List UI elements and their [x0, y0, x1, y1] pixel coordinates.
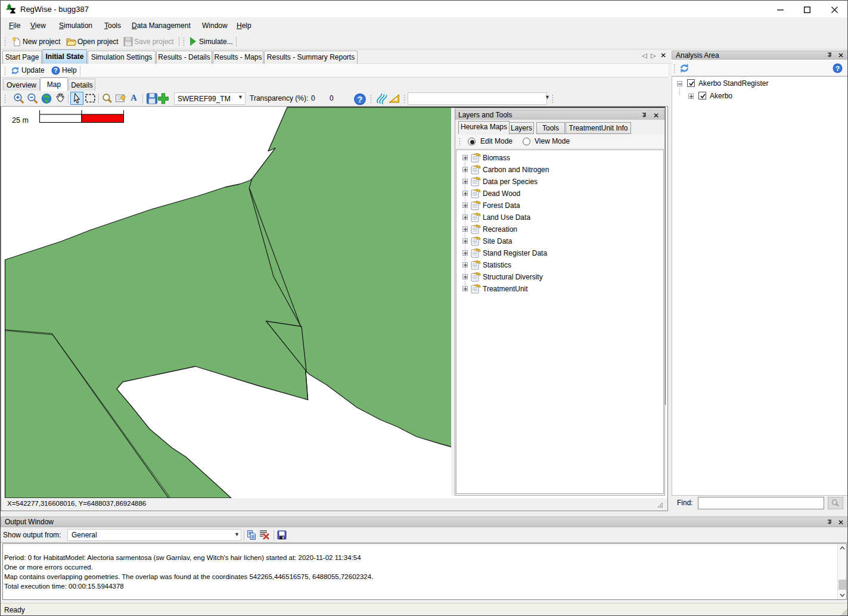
svg-text:?: ?	[54, 67, 57, 74]
svg-text:25 m: 25 m	[12, 116, 29, 125]
svg-text:?: ?	[358, 95, 363, 104]
svg-text:?: ?	[835, 64, 840, 72]
